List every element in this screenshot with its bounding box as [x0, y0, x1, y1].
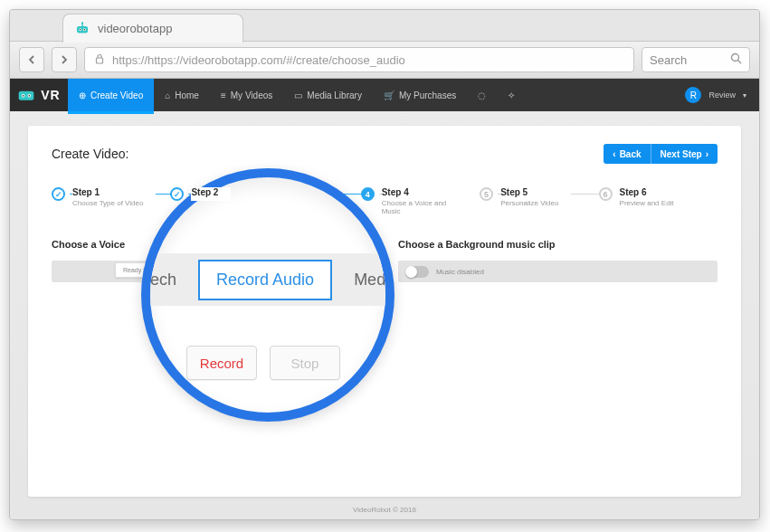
step-indicator: [170, 187, 184, 201]
nav-label: My Videos: [231, 90, 273, 100]
browser-toolbar: https://https://videorobotapp.com/#/crea…: [10, 41, 759, 79]
address-bar[interactable]: https://https://videorobotapp.com/#/crea…: [84, 47, 634, 72]
nav-my-purchases[interactable]: 🛒 My Purchases: [373, 79, 467, 111]
svg-point-2: [83, 28, 86, 31]
svg-point-14: [29, 95, 31, 97]
nav-label: Create Video: [90, 90, 143, 100]
music-column: Choose a Background music clip Music dis…: [398, 239, 718, 282]
step-indicator: 6: [599, 187, 613, 201]
step-label: Step 4: [382, 187, 467, 197]
step-label: Step 5: [500, 187, 558, 197]
folder-icon: ▭: [294, 90, 302, 100]
nav-create-video[interactable]: ⊕ Create Video: [68, 79, 154, 111]
tab-record-audio[interactable]: Record Audio: [198, 260, 332, 300]
step-sub: Choose Type of Video: [72, 199, 143, 207]
tab-strip: videorobotapp: [10, 10, 759, 41]
forward-button[interactable]: [52, 47, 77, 72]
svg-point-3: [80, 29, 81, 31]
svg-point-6: [81, 22, 83, 24]
step-1[interactable]: Step 1 Choose Type of Video: [52, 187, 170, 207]
svg-point-8: [732, 54, 739, 62]
chevron-right-icon: ›: [706, 149, 708, 159]
back-button[interactable]: [19, 47, 44, 72]
help-icon: ◌: [478, 90, 486, 100]
nav-label: Media Library: [307, 90, 362, 100]
music-label: Music disabled: [436, 268, 484, 276]
svg-rect-10: [19, 91, 34, 100]
back-step-button[interactable]: ‹ Back: [604, 144, 651, 164]
nav-settings[interactable]: ✧: [497, 79, 526, 111]
step-label: Step 2: [191, 187, 218, 197]
step-6[interactable]: 6 Step 6 Preview and Edit: [599, 187, 718, 207]
tab-fragment-right[interactable]: Med: [354, 271, 385, 290]
step-indicator: 5: [480, 187, 493, 201]
progress-steps: Step 1 Choose Type of Video Step 2 4 Ste…: [52, 187, 718, 215]
search-box[interactable]: Search: [642, 47, 750, 72]
stop-button[interactable]: Stop: [270, 346, 340, 380]
chevron-left-icon: ‹: [613, 149, 615, 159]
lock-icon: [94, 53, 105, 67]
footer: VideoRobot © 2018: [28, 497, 741, 520]
step-label: Step 6: [620, 187, 674, 197]
avatar[interactable]: R: [685, 87, 701, 103]
page-title: Create Video:: [52, 147, 128, 161]
url-text: https://https://videorobotapp.com/#/crea…: [112, 53, 405, 67]
step-indicator: 4: [361, 187, 375, 201]
step-label: Step 1: [72, 187, 143, 197]
tab-fragment-left[interactable]: eech: [141, 271, 176, 290]
nav-help[interactable]: ◌: [467, 79, 497, 111]
svg-point-13: [23, 95, 24, 97]
svg-rect-0: [77, 26, 88, 33]
chevron-down-icon: ▾: [743, 91, 746, 100]
list-icon: ≡: [221, 90, 226, 100]
robot-icon: [74, 21, 90, 37]
app-logo[interactable]: VR: [10, 79, 68, 111]
tab-title: videorobotapp: [98, 22, 172, 35]
svg-rect-7: [97, 58, 103, 63]
svg-line-9: [738, 61, 742, 64]
music-bar: Music disabled: [398, 261, 718, 282]
nav-home[interactable]: ⌂ Home: [154, 79, 210, 111]
record-button[interactable]: Record: [186, 346, 257, 380]
browser-tab[interactable]: videorobotapp: [62, 14, 243, 43]
plus-circle-icon: ⊕: [79, 90, 86, 100]
step-5[interactable]: 5 Step 5 Personalize Video: [480, 187, 598, 207]
step-nav-buttons: ‹ Back Next Step ›: [604, 144, 718, 164]
step-sub: Preview and Edit: [620, 199, 674, 207]
button-label: Next Step: [661, 149, 702, 159]
svg-point-1: [79, 28, 81, 31]
magnifier-overlay: eech Record Audio Med Record Stop: [141, 168, 395, 422]
music-toggle[interactable]: [405, 266, 429, 278]
nav-label: Home: [175, 90, 199, 100]
gear-icon: ✧: [508, 90, 515, 100]
nav-my-videos[interactable]: ≡ My Videos: [210, 79, 283, 111]
search-icon: [730, 52, 742, 67]
review-menu[interactable]: Review: [708, 90, 736, 100]
browser-window: videorobotapp https://https://videorobot…: [9, 9, 760, 520]
step-sub: Personalize Video: [500, 199, 558, 207]
music-heading: Choose a Background music clip: [398, 239, 718, 250]
next-step-button[interactable]: Next Step ›: [651, 144, 718, 164]
cart-icon: 🛒: [384, 90, 395, 100]
search-placeholder: Search: [650, 53, 687, 67]
app-nav: VR ⊕ Create Video ⌂ Home ≡ My Videos ▭ M…: [10, 79, 759, 111]
logo-text: VR: [41, 88, 60, 102]
svg-point-4: [84, 29, 86, 31]
nav-media-library[interactable]: ▭ Media Library: [283, 79, 373, 111]
home-icon: ⌂: [165, 90, 170, 100]
button-label: Back: [620, 149, 642, 159]
step-sub: Choose a Voice and Music: [382, 199, 467, 215]
step-4[interactable]: 4 Step 4 Choose a Voice and Music: [361, 187, 480, 215]
step-indicator: [52, 187, 65, 201]
nav-label: My Purchases: [399, 90, 456, 100]
